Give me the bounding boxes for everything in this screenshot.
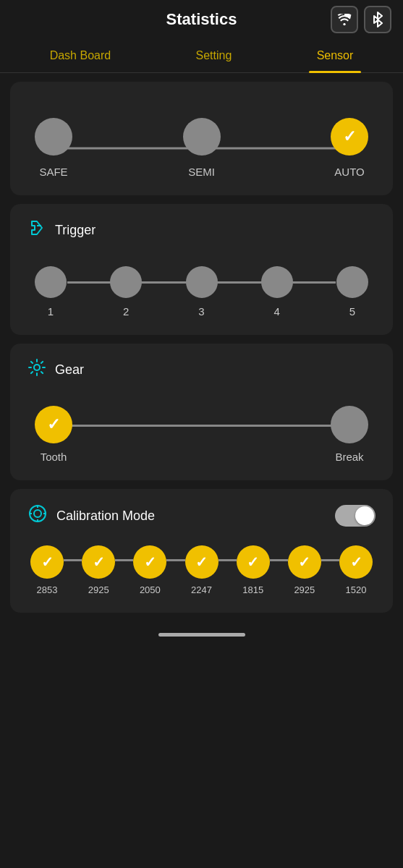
cal-connector-3 — [166, 559, 184, 561]
calibration-dots-row: ✓ 2853 ✓ 2925 ✓ 2050 ✓ 2247 ✓ 1815 — [27, 545, 376, 595]
gear-break[interactable]: Break — [331, 406, 368, 463]
cal-circle-3: ✓ — [133, 545, 166, 579]
mode-semi[interactable]: SEMI — [183, 118, 221, 178]
trigger-card: Trigger 1 2 3 4 5 — [10, 204, 393, 335]
wifi-icon — [336, 14, 352, 25]
cal-value-6: 2925 — [294, 584, 315, 595]
trigger-4[interactable]: 4 — [261, 266, 293, 318]
cal-check-7: ✓ — [350, 553, 362, 571]
trigger-label-1: 1 — [48, 305, 54, 318]
tab-dashboard[interactable]: Dash Board — [35, 39, 126, 72]
gear-header: Gear — [27, 358, 376, 381]
gear-icon — [27, 358, 46, 381]
gear-tooth[interactable]: ✓ Tooth — [35, 406, 72, 463]
trigger-circle-5 — [336, 266, 368, 298]
cal-connector-4 — [219, 559, 237, 561]
calibration-toggle[interactable] — [335, 505, 376, 527]
cal-check-1: ✓ — [41, 553, 54, 571]
calibration-left: Calibration Mode — [27, 503, 155, 528]
trigger-5[interactable]: 5 — [336, 266, 368, 318]
mode-safe-label: SAFE — [39, 166, 67, 178]
trigger-label-5: 5 — [349, 305, 355, 318]
bottom-bar — [0, 621, 403, 648]
cal-check-5: ✓ — [247, 553, 259, 571]
trigger-1[interactable]: 1 — [35, 266, 67, 318]
cal-check-2: ✓ — [93, 553, 105, 571]
cal-circle-1: ✓ — [30, 545, 64, 579]
mode-card: SAFE SEMI ✓ AUTO — [10, 82, 393, 195]
wifi-button[interactable] — [331, 6, 358, 33]
cal-dot-3: ✓ 2050 — [133, 545, 166, 595]
trigger-label-3: 3 — [198, 305, 204, 318]
cal-check-4: ✓ — [195, 553, 208, 571]
cal-dot-5: ✓ 1815 — [237, 545, 270, 595]
bluetooth-icon — [372, 12, 383, 27]
svg-point-0 — [344, 23, 346, 25]
home-indicator — [158, 633, 245, 637]
cal-value-1: 2853 — [37, 584, 58, 595]
cal-check-6: ✓ — [298, 553, 310, 571]
cal-circle-2: ✓ — [82, 545, 115, 579]
toggle-knob — [355, 506, 374, 525]
mode-semi-label: SEMI — [188, 166, 215, 178]
cal-circle-7: ✓ — [339, 545, 373, 579]
cal-dot-1: ✓ 2853 — [30, 545, 64, 595]
calibration-title: Calibration Mode — [56, 509, 155, 524]
trigger-circle-2 — [110, 266, 142, 298]
trigger-2[interactable]: 2 — [110, 266, 142, 318]
page-title: Statistics — [166, 10, 237, 29]
cal-connector-2 — [115, 559, 133, 561]
gear-slider: ✓ Tooth Break — [27, 399, 376, 463]
calibration-icon — [27, 503, 48, 528]
cal-check-3: ✓ — [144, 553, 156, 571]
svg-point-3 — [30, 506, 46, 522]
mode-auto-check: ✓ — [343, 127, 356, 146]
cal-circle-4: ✓ — [185, 545, 219, 579]
trigger-items: 1 2 3 4 5 — [35, 266, 368, 318]
tab-setting[interactable]: Setting — [181, 39, 246, 72]
calibration-header: Calibration Mode — [27, 503, 376, 528]
gear-tooth-check: ✓ — [47, 415, 60, 434]
cal-circle-5: ✓ — [237, 545, 270, 579]
cal-dot-4: ✓ 2247 — [185, 545, 219, 595]
trigger-circle-3 — [186, 266, 218, 298]
mode-selector: SAFE SEMI ✓ AUTO — [27, 96, 376, 178]
cal-value-3: 2050 — [140, 584, 161, 595]
gear-items: ✓ Tooth Break — [35, 406, 368, 463]
gear-track — [67, 425, 336, 427]
trigger-circle-1 — [35, 266, 67, 298]
gear-card: Gear ✓ Tooth Break — [10, 344, 393, 480]
cal-value-4: 2247 — [191, 584, 212, 595]
trigger-title: Trigger — [55, 223, 96, 238]
cal-value-5: 1815 — [242, 584, 263, 595]
trigger-label-4: 4 — [274, 305, 280, 318]
trigger-header: Trigger — [27, 218, 376, 242]
mode-semi-circle — [183, 118, 221, 156]
bluetooth-button[interactable] — [364, 6, 391, 33]
trigger-label-2: 2 — [123, 305, 129, 318]
svg-point-2 — [34, 365, 40, 370]
gear-break-circle — [331, 406, 368, 443]
header-icons — [331, 6, 391, 33]
cal-value-2: 2925 — [88, 584, 109, 595]
cal-dot-7: ✓ 1520 — [339, 545, 373, 595]
gear-tooth-circle: ✓ — [35, 406, 72, 443]
gear-break-label: Break — [335, 451, 363, 463]
cal-value-7: 1520 — [346, 584, 367, 595]
trigger-circle-4 — [261, 266, 293, 298]
mode-auto-label: AUTO — [334, 166, 364, 178]
nav-tabs: Dash Board Setting Sensor — [0, 39, 403, 73]
header: Statistics — [0, 0, 403, 39]
mode-safe-circle — [35, 118, 72, 156]
tab-sensor[interactable]: Sensor — [302, 39, 368, 72]
mode-auto[interactable]: ✓ AUTO — [331, 118, 368, 178]
mode-safe[interactable]: SAFE — [35, 118, 72, 178]
trigger-3[interactable]: 3 — [186, 266, 218, 318]
cal-connector-6 — [321, 559, 339, 561]
cal-dot-2: ✓ 2925 — [82, 545, 115, 595]
trigger-slider: 1 2 3 4 5 — [27, 259, 376, 318]
calibration-card: Calibration Mode ✓ 2853 ✓ 2925 ✓ 2050 ✓ — [10, 489, 393, 613]
gear-tooth-label: Tooth — [41, 451, 67, 463]
trigger-icon — [27, 218, 46, 242]
cal-connector-1 — [64, 559, 82, 561]
